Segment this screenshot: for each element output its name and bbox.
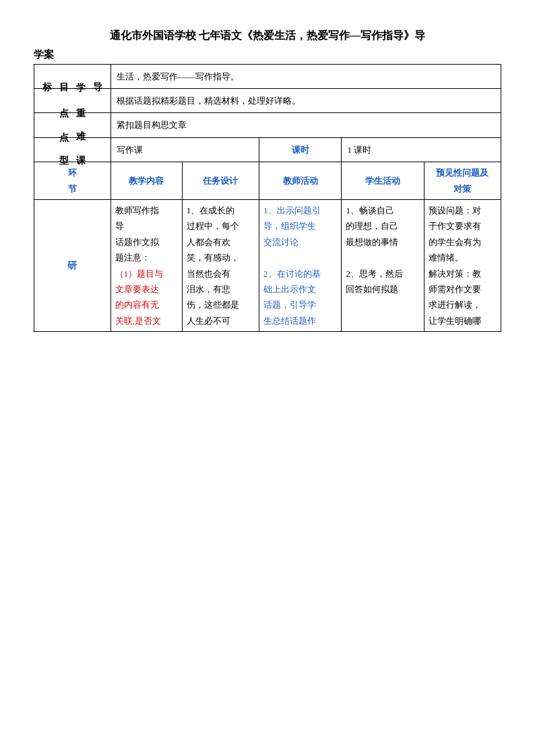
body-task: 1、在成长的过程中，每个人都会有欢笑，有感动，当然也会有泪水，有悲伤，这些都是人… xyxy=(182,199,259,331)
content-focus: 根据话题拟精彩题目，精选材料，处理好详略。 xyxy=(111,88,501,112)
header-teacher-activity: 教师活动 xyxy=(259,162,342,200)
header-teach-content: 教学内容 xyxy=(111,162,182,200)
body-teach-content: 教师写作指导话题作文拟题注意：（1）题目与文章要表达的内容有无关联,是否文 xyxy=(111,199,182,331)
page-title: 通化市外国语学校 七年语文《热爱生活，热爱写作—写作指导》导 xyxy=(34,27,501,44)
table-body-row-1: 研 教师写作指导话题作文拟题注意：（1）题目与文章要表达的内容有无关联,是否文 … xyxy=(34,199,501,331)
content-difficult: 紧扣题目构思文章 xyxy=(111,113,501,137)
body-huan: 研 xyxy=(34,199,111,331)
header-problems: 预见性问题及对策 xyxy=(424,162,501,200)
header-focus: 重点 xyxy=(34,88,111,112)
body-student-activity: 1、畅谈自己的理想，自己最想做的事情2、思考，然后回答如何拟题 xyxy=(342,199,424,331)
header-student-activity: 学生活动 xyxy=(342,162,424,200)
table-row-goal: 导学目标 生活，热爱写作——写作指导。 xyxy=(34,64,501,88)
header-task: 任务设计 xyxy=(182,162,259,200)
main-table: 导学目标 生活，热爱写作——写作指导。 重点 根据话题拟精彩题目，精选材料，处理… xyxy=(34,64,501,332)
header-difficult: 难点 xyxy=(34,113,111,137)
header-goal: 导学目标 xyxy=(34,64,111,88)
content-coursetype-left: 写作课 xyxy=(111,137,259,162)
table-row-difficult: 难点 紧扣题目构思文章 xyxy=(34,113,501,137)
body-teacher-activity: 1、出示问题引导，组织学生交流讨论2、在讨论的基础上出示作文话题，引导学生总结话… xyxy=(259,199,342,331)
table-row-coursetype: 课型 写作课 课时 1 课时 xyxy=(34,137,501,162)
content-goal: 生活，热爱写作——写作指导。 xyxy=(111,64,501,88)
table-section-header-row: 环节 教学内容 任务设计 教师活动 学生活动 预见性问题及对策 xyxy=(34,162,501,200)
coursetime-label: 课时 xyxy=(259,137,342,162)
header-coursetype: 课型 xyxy=(34,137,111,162)
section-label: 学案 xyxy=(34,48,501,61)
header-huan: 环节 xyxy=(34,162,111,200)
coursetime-value: 1 课时 xyxy=(342,137,501,162)
table-row-focus: 重点 根据话题拟精彩题目，精选材料，处理好详略。 xyxy=(34,88,501,112)
body-problems: 预设问题：对于作文要求有的学生会有为难情绪。解决对策：教师需对作文要求进行解读，… xyxy=(424,199,501,331)
